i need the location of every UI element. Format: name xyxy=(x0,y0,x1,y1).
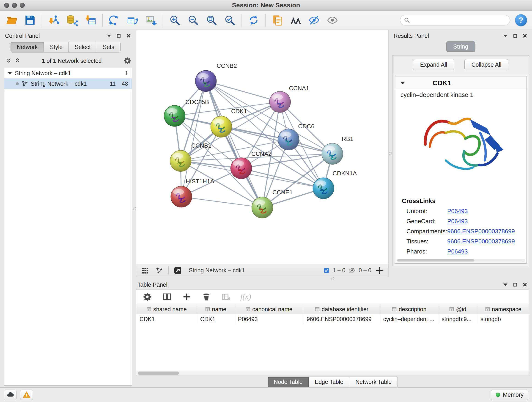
export-image-button[interactable] xyxy=(144,13,158,27)
table-cell[interactable]: stringdb:9... xyxy=(438,314,477,324)
network-node-cdkn1a[interactable] xyxy=(313,178,334,199)
scrollbar-thumb[interactable] xyxy=(138,371,179,375)
network-edge[interactable] xyxy=(206,81,262,207)
network-canvas[interactable]: CCNB2CCNA1CDC25BCDK1CDC6RB1CCNB1CCNA2CDK… xyxy=(136,30,388,264)
show-columns-button[interactable] xyxy=(162,291,172,302)
import-table-button[interactable] xyxy=(84,13,97,27)
control-panel-float-button[interactable] xyxy=(115,32,122,39)
network-node-cdc25b[interactable] xyxy=(164,105,185,127)
disclosure-triangle-icon[interactable] xyxy=(400,82,405,84)
table-panel-splitter[interactable] xyxy=(136,277,529,280)
copy-style-button[interactable] xyxy=(271,13,284,27)
column-header-description[interactable]: description xyxy=(380,304,438,314)
tab-string[interactable]: String xyxy=(446,41,475,52)
memory-button[interactable]: Memory xyxy=(491,390,528,400)
results-horizontal-scrollbar[interactable] xyxy=(396,259,525,262)
refresh-button[interactable] xyxy=(247,13,260,27)
splitter-handle[interactable] xyxy=(133,207,136,210)
expand-all-button[interactable] xyxy=(14,57,21,64)
table-cell[interactable]: CDK1 xyxy=(197,314,235,324)
table-panel-menu-button[interactable] xyxy=(502,281,509,288)
protein-card-header[interactable]: CDK1 xyxy=(395,77,526,89)
network-node-cdk1[interactable] xyxy=(211,116,232,137)
column-header-shared-name[interactable]: shared name xyxy=(136,304,197,314)
open-session-button[interactable] xyxy=(5,13,18,27)
network-node-hist1h1a[interactable] xyxy=(171,186,192,207)
network-edge[interactable] xyxy=(181,197,262,207)
table-panel-close-button[interactable] xyxy=(521,281,528,288)
column-header-database-identifier[interactable]: database identifier xyxy=(303,304,380,314)
expand-all-results-button[interactable]: Expand All xyxy=(413,59,454,70)
tab-network-table[interactable]: Network Table xyxy=(349,376,398,387)
control-panel-splitter[interactable] xyxy=(133,30,136,387)
collapse-all-button[interactable] xyxy=(6,57,12,64)
network-node-ccna2[interactable] xyxy=(231,158,252,179)
results-panel-menu-button[interactable] xyxy=(502,32,509,39)
crosslink-link[interactable]: 9606.ENSP00000378699 xyxy=(447,238,515,245)
detach-view-button[interactable] xyxy=(173,265,183,275)
network-row-selected[interactable]: String Network – cdk1 11 48 xyxy=(4,78,132,89)
column-header-name[interactable]: name xyxy=(197,304,235,314)
hide-details-button[interactable] xyxy=(307,13,321,27)
table-cell[interactable]: stringdb xyxy=(477,314,529,324)
tab-edge-table[interactable]: Edge Table xyxy=(309,376,350,387)
table-cell[interactable]: 9606.ENSP00000378699 xyxy=(303,314,380,324)
pan-mode-button[interactable] xyxy=(375,265,385,275)
table-cell[interactable]: cyclin–dependent ... xyxy=(380,314,438,324)
tab-sets[interactable]: Sets xyxy=(97,42,120,52)
control-panel-close-button[interactable] xyxy=(125,32,132,39)
warnings-button[interactable] xyxy=(20,390,33,400)
splitter-handle[interactable] xyxy=(389,152,392,155)
crosslink-link[interactable]: P06493 xyxy=(447,218,468,225)
network-node-ccne1[interactable] xyxy=(252,197,273,218)
function-builder-button[interactable]: f(x) xyxy=(240,293,251,301)
network-node-ccnb1[interactable] xyxy=(170,150,191,172)
show-graphics-details-button[interactable] xyxy=(289,13,302,27)
add-column-button[interactable] xyxy=(181,291,192,302)
delete-table-button[interactable] xyxy=(221,291,232,302)
control-panel-menu-button[interactable] xyxy=(106,32,112,39)
disclosure-triangle-icon[interactable] xyxy=(7,72,12,75)
table-cell[interactable]: CDK1 xyxy=(136,314,197,324)
export-network-button[interactable] xyxy=(126,13,139,27)
zoom-out-button[interactable] xyxy=(186,13,200,27)
table-row[interactable]: CDK1 CDK1 P06493 9606.ENSP00000378699 cy… xyxy=(136,314,529,324)
network-node-cdc6[interactable] xyxy=(278,129,299,150)
network-graph[interactable]: CCNB2CCNA1CDC25BCDK1CDC6RB1CCNB1CCNA2CDK… xyxy=(136,30,388,264)
results-panel-close-button[interactable] xyxy=(521,32,528,39)
column-header-id[interactable]: @id xyxy=(438,304,477,314)
tab-select[interactable]: Select xyxy=(69,42,97,52)
network-node-rb1[interactable] xyxy=(322,143,343,164)
crosslink-link[interactable]: P06493 xyxy=(447,208,468,215)
tab-style[interactable]: Style xyxy=(44,42,69,52)
crosslink-link[interactable]: 9606.ENSP00000378699 xyxy=(447,228,515,235)
results-panel-float-button[interactable] xyxy=(512,32,518,39)
table-cell[interactable]: P06493 xyxy=(235,314,304,324)
zoom-selected-button[interactable] xyxy=(223,13,236,27)
help-button[interactable]: ? xyxy=(515,14,527,26)
network-options-button[interactable] xyxy=(123,56,132,65)
new-network-from-selection-button[interactable] xyxy=(108,13,121,27)
zoom-in-button[interactable] xyxy=(168,13,181,27)
tab-node-table[interactable]: Node Table xyxy=(268,376,309,387)
grid-view-button[interactable] xyxy=(140,265,150,275)
network-node-ccnb2[interactable] xyxy=(195,70,216,91)
tab-network[interactable]: Network xyxy=(11,42,44,52)
table-horizontal-scrollbar[interactable] xyxy=(136,370,529,375)
table-panel-float-button[interactable] xyxy=(512,281,518,288)
delete-column-button[interactable] xyxy=(201,291,212,302)
zoom-fit-button[interactable] xyxy=(205,13,218,27)
results-panel-splitter[interactable] xyxy=(389,30,392,277)
column-header-canonical-name[interactable]: canonical name xyxy=(235,304,304,314)
import-network-database-button[interactable] xyxy=(65,13,79,27)
search-input[interactable] xyxy=(412,17,506,23)
column-header-namespace[interactable]: namespace xyxy=(477,304,529,314)
scrollbar-thumb[interactable] xyxy=(397,259,475,262)
show-details-button[interactable] xyxy=(326,13,339,27)
collapse-all-results-button[interactable]: Collapse All xyxy=(464,59,509,70)
cloud-status-button[interactable] xyxy=(4,390,17,400)
network-overview-button[interactable] xyxy=(154,265,164,275)
search-box[interactable] xyxy=(400,15,510,26)
crosslink-link[interactable]: P06493 xyxy=(447,248,468,255)
save-session-button[interactable] xyxy=(23,13,37,27)
